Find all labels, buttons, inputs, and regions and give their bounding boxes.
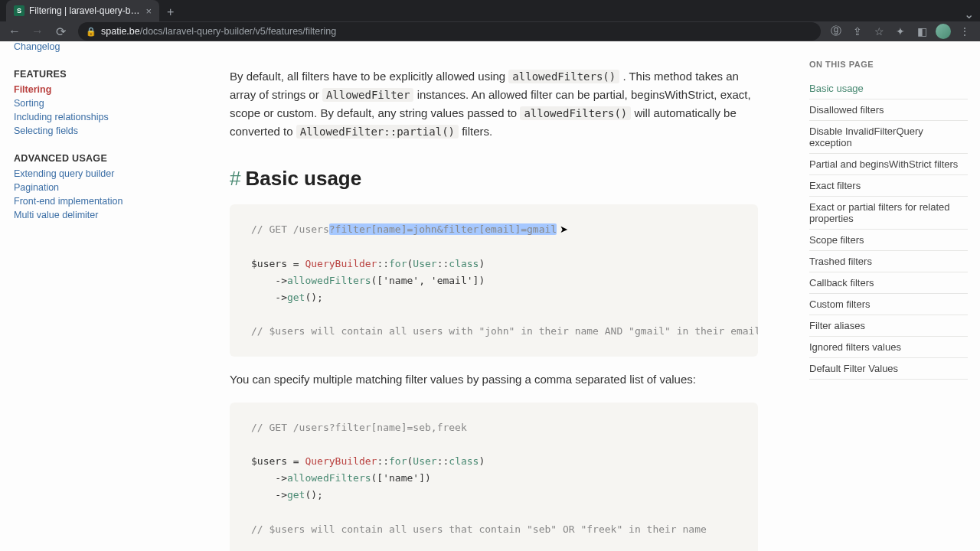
- toc-item-exact[interactable]: Exact filters: [809, 175, 968, 197]
- page: Changelog FEATURES Filtering Sorting Inc…: [0, 41, 980, 551]
- code-token: get: [287, 489, 305, 500]
- toc-item-disallowed[interactable]: Disallowed filters: [809, 99, 968, 121]
- browser-toolbar: ← → ⟳ 🔒 spatie.be/docs/laravel-query-bui…: [0, 21, 980, 41]
- code-token: User: [413, 258, 436, 269]
- sidebar-link-filtering[interactable]: Filtering: [14, 84, 153, 95]
- code-comment: // $users will contain all users with "j…: [251, 325, 758, 337]
- code-token: $users: [251, 455, 287, 467]
- tab-close-icon[interactable]: ×: [145, 5, 152, 17]
- intro-paragraph: By default, all filters have to be expli…: [230, 67, 758, 141]
- code-token: $users: [251, 258, 287, 269]
- heading-text: Basic usage: [245, 167, 361, 190]
- translate-icon[interactable]: ⓖ: [828, 24, 844, 38]
- code-token: get: [287, 292, 305, 303]
- lock-icon: 🔒: [86, 27, 96, 37]
- sidepanel-icon[interactable]: ◧: [914, 25, 929, 37]
- heading-anchor-icon[interactable]: #: [230, 167, 240, 190]
- toc-item-trashed[interactable]: Trashed filters: [809, 251, 968, 272]
- toc-item-scope[interactable]: Scope filters: [809, 230, 968, 251]
- code-token: ): [479, 258, 485, 269]
- share-icon[interactable]: ⇪: [850, 25, 865, 37]
- code-token: ();: [305, 489, 322, 500]
- code-token: class: [449, 455, 479, 467]
- code-token: ::: [437, 455, 449, 467]
- code-token: allowedFilters: [287, 275, 371, 286]
- code-token: ->: [251, 275, 287, 286]
- browser-chrome: S Filtering | laravel-query-builde × + ⌄…: [0, 0, 980, 41]
- toc-item-custom[interactable]: Custom filters: [809, 294, 968, 315]
- extensions-icon[interactable]: ✦: [893, 25, 908, 37]
- main-content: By default, all filters have to be expli…: [153, 41, 796, 551]
- bookmark-icon[interactable]: ☆: [871, 25, 887, 37]
- toc-item-callback[interactable]: Callback filters: [809, 272, 968, 294]
- code-token: ();: [305, 292, 322, 303]
- toc-item-basic-usage[interactable]: Basic usage: [809, 78, 968, 99]
- code-allowedfilter: AllowedFilter: [322, 88, 414, 102]
- code-token: for: [389, 258, 407, 269]
- sidebar-link-including-relationships[interactable]: Including relationships: [14, 112, 153, 122]
- url-host: spatie.be: [101, 26, 140, 37]
- code-token: ->: [251, 292, 287, 303]
- tab-strip: S Filtering | laravel-query-builde × + ⌄: [0, 0, 980, 21]
- code-comment: // GET /users?filter[name]=seb,freek: [251, 422, 467, 433]
- url-path: /docs/laravel-query-builder/v5/features/…: [140, 26, 336, 37]
- toolbar-right: ⓖ ⇪ ☆ ✦ ◧ ⋮: [828, 24, 975, 39]
- code-token: ::: [377, 455, 389, 467]
- window-expand-icon[interactable]: ⌄: [958, 7, 980, 21]
- tab-favicon: S: [14, 5, 24, 16]
- code-comment: // GET /users: [251, 223, 329, 235]
- sidebar-link-changelog[interactable]: Changelog: [14, 41, 153, 52]
- profile-avatar[interactable]: [936, 24, 951, 39]
- toc-item-aliases[interactable]: Filter aliases: [809, 315, 968, 337]
- toc-item-partial-begins[interactable]: Partial and beginsWithStrict filters: [809, 154, 968, 175]
- url-bar[interactable]: 🔒 spatie.be/docs/laravel-query-builder/v…: [78, 22, 821, 41]
- sidebar-group-features: FEATURES: [14, 69, 153, 80]
- new-tab-button[interactable]: +: [159, 5, 181, 19]
- code-token: (['name']): [371, 472, 431, 484]
- code-partial: AllowedFilter::partial(): [296, 125, 459, 139]
- sidebar-group-advanced: ADVANCED USAGE: [14, 153, 153, 164]
- code-token: ->: [251, 489, 287, 500]
- forward-button: →: [28, 21, 47, 41]
- code-block-2[interactable]: // GET /users?filter[name]=seb,freek $us…: [230, 403, 758, 551]
- intro-text: By default, all filters have to be expli…: [230, 70, 508, 83]
- toc-item-ignored[interactable]: Ignored filters values: [809, 337, 968, 358]
- toc-item-default[interactable]: Default Filter Values: [809, 358, 968, 380]
- heading-basic-usage[interactable]: #Basic usage: [230, 167, 758, 191]
- code-token: allowedFilters: [287, 472, 371, 484]
- code-allowedfilters2: allowedFilters(): [520, 106, 631, 120]
- intro-text: filters.: [462, 125, 492, 138]
- code-token: ::: [437, 258, 449, 269]
- right-toc: ON THIS PAGE Basic usage Disallowed filt…: [796, 44, 980, 551]
- code-token: =: [287, 258, 305, 269]
- sidebar-link-extending[interactable]: Extending query builder: [14, 168, 153, 179]
- code-token: (['name', 'email']): [371, 275, 485, 286]
- code-token: =: [287, 455, 305, 467]
- menu-icon[interactable]: ⋮: [957, 25, 972, 37]
- mouse-cursor-icon: ➤: [560, 221, 568, 238]
- paragraph-multivalue: You can specify multiple matching filter…: [230, 370, 758, 389]
- code-token: ): [479, 455, 485, 467]
- code-token: ::: [377, 258, 389, 269]
- code-allowedfilters: allowedFilters(): [508, 70, 619, 83]
- reload-button[interactable]: ⟳: [51, 21, 70, 41]
- sidebar-link-sorting[interactable]: Sorting: [14, 98, 153, 109]
- tab-title: Filtering | laravel-query-builde: [29, 5, 141, 16]
- code-block-1[interactable]: // GET /users?filter[name]=john&filter[e…: [230, 204, 758, 357]
- sidebar-link-delimiter[interactable]: Multi value delimiter: [14, 210, 153, 220]
- code-comment: // $users will contain all users that co…: [251, 523, 707, 535]
- toc-item-exact-related[interactable]: Exact or partial filters for related pro…: [809, 197, 968, 230]
- sidebar-link-pagination[interactable]: Pagination: [14, 182, 153, 193]
- toc-title: ON THIS PAGE: [809, 60, 968, 69]
- code-token: QueryBuilder: [305, 258, 377, 269]
- back-button[interactable]: ←: [5, 21, 24, 41]
- sidebar-link-frontend[interactable]: Front-end implementation: [14, 196, 153, 207]
- code-token: QueryBuilder: [305, 455, 377, 467]
- code-token: User: [413, 455, 436, 467]
- browser-tab[interactable]: S Filtering | laravel-query-builde ×: [6, 0, 159, 21]
- sidebar-link-selecting-fields[interactable]: Selecting fields: [14, 126, 153, 136]
- left-sidebar: Changelog FEATURES Filtering Sorting Inc…: [0, 41, 153, 551]
- code-token: for: [389, 455, 407, 467]
- code-token: class: [449, 258, 479, 269]
- toc-item-disable-exception[interactable]: Disable InvalidFilterQuery exception: [809, 121, 968, 154]
